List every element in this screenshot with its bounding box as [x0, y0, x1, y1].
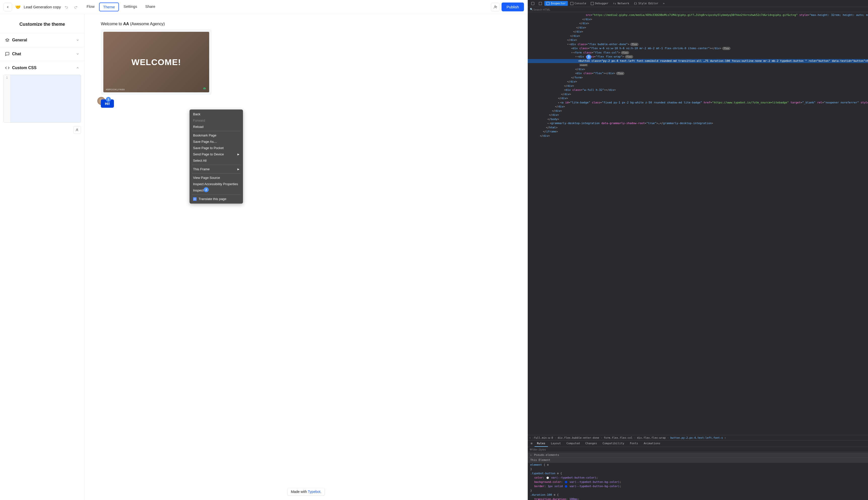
devtools-toolbar: Inspector Console Debugger ↑↓Network {}S… — [528, 0, 868, 7]
step-badge-3: 3 — [586, 55, 591, 59]
project-emoji: 🤝 — [15, 4, 21, 10]
back-button[interactable] — [3, 3, 12, 11]
tab-rules[interactable]: Rules — [535, 441, 548, 447]
tab-theme[interactable]: Theme — [99, 2, 119, 11]
collaborators-button[interactable] — [491, 3, 500, 11]
tab-inspector[interactable]: Inspector — [544, 1, 568, 6]
panel-general-label: General — [12, 38, 27, 42]
ctx-select-all[interactable]: Select All — [189, 157, 243, 164]
line-number: 1 — [6, 76, 8, 79]
ctx-bookmark[interactable]: Bookmark Page — [189, 132, 243, 138]
ctx-send-device[interactable]: Send Page to Device▶ — [189, 151, 243, 157]
welcome-gif: WELCOME! #BROOKLYN99 🦚 — [103, 32, 209, 92]
custom-css-editor[interactable]: 1 — [3, 75, 81, 123]
tab-network[interactable]: ↑↓Network — [611, 1, 631, 6]
tab-style-editor[interactable]: {}Style Editor — [632, 1, 660, 6]
tab-console[interactable]: Console — [568, 1, 588, 6]
tab-share[interactable]: Share — [142, 2, 159, 11]
tab-flow[interactable]: Flow — [83, 2, 98, 11]
tab-animations[interactable]: Animations — [641, 441, 663, 447]
chevron-right-icon: ▶ — [237, 153, 239, 156]
translate-icon: A⁄ — [193, 197, 197, 201]
devtools-panel: Inspector Console Debugger ↑↓Network {}S… — [528, 0, 868, 500]
dom-tree[interactable]: src="https://media2.giphy.com/media/XD9o… — [528, 12, 868, 435]
nav-tabs: Flow Theme Settings Share — [83, 2, 159, 11]
ctx-inspect[interactable]: Inspect 2 — [189, 187, 243, 193]
step-badge-2: 2 — [204, 187, 209, 192]
styles-tabs: ⊞ Rules Layout Computed Changes Compatib… — [528, 441, 868, 447]
theme-sidebar: Customize the theme General Chat — [0, 14, 85, 500]
search-icon: 🔍 — [530, 8, 533, 11]
responsive-mode-icon[interactable] — [537, 1, 544, 6]
chevron-up-icon — [76, 66, 79, 70]
tabs-overflow[interactable]: » — [661, 1, 667, 6]
tab-debugger[interactable]: Debugger — [589, 1, 610, 6]
project-name: Lead Generation copy — [24, 5, 61, 9]
tab-fonts[interactable]: Fonts — [627, 441, 641, 447]
panel-general[interactable]: General — [0, 33, 84, 47]
step-badge-1: 1 — [106, 97, 111, 102]
chevron-down-icon — [76, 52, 79, 56]
ctx-pocket[interactable]: Save Page to Pocket — [189, 145, 243, 151]
filter-row: ▽ :hov .cls + ☀ ◐ 🖨 — [528, 447, 868, 452]
ctx-forward: Forward — [189, 117, 243, 124]
tab-compat[interactable]: Compatibility — [600, 441, 627, 447]
panel-custom-css-label: Custom CSS — [12, 66, 37, 70]
css-rules[interactable]: ▸ Pseudo-elements This Element element {… — [528, 452, 868, 500]
ctx-inspect-a11y[interactable]: Inspect Accessibility Properties — [189, 181, 243, 187]
ctx-this-frame[interactable]: This Frame▶ — [189, 166, 243, 172]
ctx-saveas[interactable]: Save Page As… — [189, 138, 243, 145]
panel-chat[interactable]: Chat — [0, 47, 84, 61]
chat-preview: Welcome to AA (Awesome Agency) WELCOME! … — [85, 14, 528, 500]
ctx-view-source[interactable]: View Page Source — [189, 174, 243, 181]
gif-bubble: WELCOME! #BROOKLYN99 🦚 — [101, 29, 212, 95]
section-this-element: This Element — [528, 458, 868, 463]
filter-styles-input[interactable] — [531, 448, 868, 451]
tab-settings[interactable]: Settings — [120, 2, 141, 11]
chevron-right-icon: ▶ — [237, 168, 239, 171]
sidebar-toggle-icon[interactable]: ⊞ — [529, 441, 534, 447]
nbc-logo: 🦚 — [203, 87, 206, 90]
ctx-reload[interactable]: Reload — [189, 124, 243, 130]
welcome-message: Welcome to AA (Awesome Agency) — [97, 22, 515, 26]
breadcrumbs[interactable]: ‹ -full.min-w-0› div.flex.bubble-enter-d… — [528, 435, 868, 441]
context-menu: Back Forward Reload Bookmark Page Save P… — [189, 110, 243, 204]
user-settings-button[interactable] — [73, 126, 81, 134]
panel-chat-label: Chat — [12, 52, 21, 56]
section-pseudo[interactable]: ▸ Pseudo-elements — [528, 453, 868, 458]
tab-layout[interactable]: Layout — [549, 441, 564, 447]
redo-button[interactable] — [72, 3, 79, 11]
topbar: 🤝 Lead Generation copy Flow Theme Settin… — [0, 0, 528, 14]
typebot-link[interactable]: Typebot — [308, 490, 320, 494]
madewith-badge[interactable]: Made with Typebot. — [288, 488, 325, 496]
tab-computed[interactable]: Computed — [564, 441, 582, 447]
filter-icon: ▽ — [530, 448, 531, 451]
html-search: 🔍 + 👁 — [528, 7, 868, 12]
publish-button[interactable]: Publish — [502, 2, 524, 11]
element-picker-icon[interactable] — [529, 1, 536, 6]
panel-custom-css[interactable]: Custom CSS — [0, 61, 84, 75]
ctx-translate[interactable]: A⁄ Translate this page — [189, 196, 243, 202]
sidebar-title: Customize the theme — [0, 14, 84, 33]
search-html-input[interactable] — [533, 8, 868, 11]
undo-button[interactable] — [63, 3, 70, 11]
svg-point-3 — [77, 129, 78, 130]
tab-changes[interactable]: Changes — [583, 441, 599, 447]
ctx-back[interactable]: Back — [189, 111, 243, 117]
chevron-down-icon — [76, 38, 79, 42]
svg-point-0 — [494, 5, 496, 7]
